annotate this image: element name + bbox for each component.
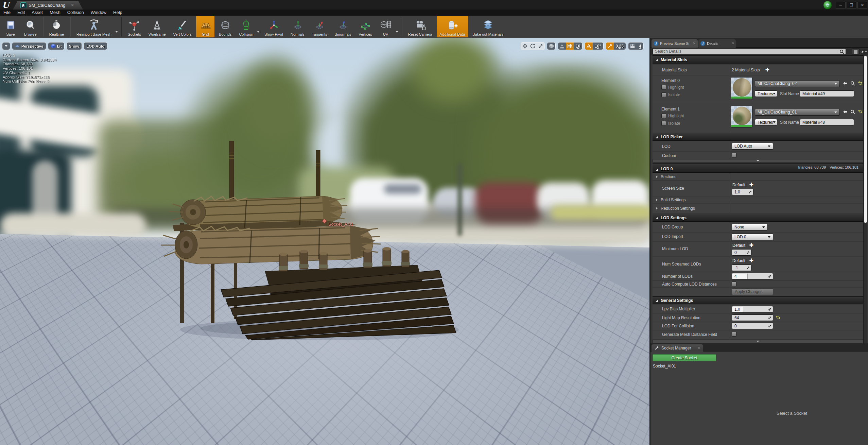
uv-dropdown-arrow[interactable] <box>396 31 398 33</box>
element-0-highlight-checkbox[interactable] <box>661 85 666 90</box>
binormals-button[interactable]: Binormals <box>332 16 354 37</box>
num-streamed-spinbox[interactable]: -1 <box>732 264 751 271</box>
auto-compute-checkbox[interactable] <box>732 281 736 286</box>
minimize-button[interactable]: ─ <box>836 2 846 9</box>
element-1-slot-name-input[interactable]: Material #48 <box>800 119 854 125</box>
general-expander[interactable] <box>653 340 863 343</box>
tutorial-badge-icon[interactable] <box>823 1 832 10</box>
rotation-snap-icon[interactable] <box>585 42 593 50</box>
section-lod0[interactable]: LOD 0 Triangles: 68,739 Vertices: 106,10… <box>653 163 863 173</box>
socket-list-item[interactable]: Socket_AI01 <box>653 364 676 369</box>
menu-window[interactable]: Window <box>87 10 110 16</box>
collision-dropdown-arrow[interactable] <box>257 31 260 33</box>
element-0-isolate-checkbox[interactable] <box>661 92 666 97</box>
row-build-settings[interactable]: Build Settings <box>653 196 863 204</box>
lod-picker-expander[interactable] <box>653 159 863 162</box>
scale-snap-icon[interactable] <box>606 42 614 50</box>
grid-snap-value[interactable]: 10 <box>574 42 582 50</box>
menu-help[interactable]: Help <box>110 10 126 16</box>
asset-tab-close-icon[interactable]: ✕ <box>71 3 74 7</box>
screen-size-add-icon[interactable]: ✚ <box>749 183 753 187</box>
rotation-snap-group[interactable]: 10° <box>585 42 603 50</box>
screen-size-spinbox[interactable]: 1.0 <box>732 189 753 195</box>
perspective-button[interactable]: Perspective <box>12 42 46 50</box>
camera-speed-value[interactable]: 4 <box>637 42 643 50</box>
rotate-icon[interactable] <box>529 42 537 50</box>
normals-button[interactable]: Normals <box>288 16 308 37</box>
apply-changes-button[interactable]: Apply Changes <box>732 288 773 295</box>
scale-icon[interactable] <box>537 42 544 50</box>
bake-out-materials-button[interactable]: Bake out Materials <box>469 16 506 37</box>
grid-snap-group[interactable]: 10 <box>558 42 583 50</box>
camera-speed-icon[interactable] <box>628 42 637 50</box>
static-mesh-wood-pile[interactable] <box>160 139 459 340</box>
element-0-use-selected-icon[interactable] <box>842 81 848 86</box>
view-options-button[interactable] <box>860 48 867 55</box>
uv-button[interactable]: UV <box>377 16 395 37</box>
section-lod-picker[interactable]: LOD Picker <box>653 133 863 141</box>
tab-details-close-icon[interactable]: ✕ <box>732 41 734 45</box>
scale-snap-group[interactable]: 0.25 <box>606 42 626 50</box>
element-0-material-combo[interactable]: MI_CaiCaoChang_02 <box>755 80 840 87</box>
vertices-button[interactable]: Vertices <box>356 16 375 37</box>
generate-mdf-checkbox[interactable] <box>732 332 736 337</box>
display-filter-button[interactable] <box>852 48 860 55</box>
number-of-lods-spinbox[interactable]: 4 <box>732 273 773 279</box>
lod-picker-combo[interactable]: LOD Auto <box>732 143 773 150</box>
collision-button[interactable]: Collision <box>236 16 256 37</box>
element-0-slot-name-input[interactable]: Material #49 <box>800 90 854 97</box>
close-button[interactable]: ✕ <box>857 2 867 9</box>
element-0-material-thumbnail[interactable] <box>731 77 752 99</box>
menu-asset[interactable]: Asset <box>28 10 46 16</box>
minimum-lod-add-icon[interactable]: ✚ <box>749 243 753 247</box>
tab-socket-manager[interactable]: Socket Manager ✕ <box>652 344 703 352</box>
vert-colors-button[interactable]: Vert Colors <box>170 16 195 37</box>
menu-edit[interactable]: Edit <box>14 10 28 16</box>
element-0-browse-icon[interactable] <box>850 81 855 86</box>
lod-group-combo[interactable]: None <box>732 224 768 230</box>
scale-snap-value[interactable]: 0.25 <box>614 42 626 50</box>
minimum-lod-spinbox[interactable]: 0 <box>732 249 751 256</box>
menu-mesh[interactable]: Mesh <box>46 10 64 16</box>
reset-camera-button[interactable]: Reset Camera <box>405 16 435 37</box>
transform-gizmo-group[interactable] <box>521 42 545 50</box>
reimport-dropdown-arrow[interactable] <box>115 31 118 33</box>
show-pivot-button[interactable]: Show Pivot <box>261 16 286 37</box>
element-1-isolate-checkbox[interactable] <box>661 121 666 126</box>
element-1-material-thumbnail[interactable] <box>731 106 752 127</box>
asset-tab[interactable]: SM_CaiCaoChang ✕ <box>13 1 83 10</box>
details-scroll-thumb[interactable] <box>864 56 867 223</box>
tangents-button[interactable]: Tangents <box>309 16 330 37</box>
grid-snap-icon[interactable] <box>566 42 574 50</box>
search-details-input[interactable]: Search Details <box>653 48 846 55</box>
element-1-use-selected-icon[interactable] <box>842 109 848 114</box>
viewport-options-button[interactable] <box>2 42 10 50</box>
num-streamed-add-icon[interactable]: ✚ <box>749 258 753 262</box>
lpv-bias-spinbox[interactable]: 1.0 <box>732 306 773 312</box>
menu-file[interactable]: File <box>0 10 14 16</box>
wireframe-button[interactable]: Wireframe <box>145 16 169 37</box>
element-1-reset-icon[interactable] <box>858 109 862 114</box>
location-snap-icon[interactable] <box>558 42 566 50</box>
section-general-settings[interactable]: General Settings <box>653 296 863 304</box>
section-lod-settings[interactable]: LOD Settings <box>653 214 863 222</box>
realtime-button[interactable]: Realtime <box>46 16 67 37</box>
lightmap-reset-icon[interactable] <box>776 315 780 320</box>
tab-details[interactable]: i Details ✕ <box>698 39 736 48</box>
lod-auto-button[interactable]: LOD Auto <box>84 42 107 50</box>
browse-button[interactable]: Browse <box>21 16 40 37</box>
element-1-highlight-checkbox[interactable] <box>661 114 666 118</box>
viewport-3d[interactable]: Socket_AI01 Perspective Lit Show LOD Aut… <box>0 38 649 445</box>
coordinate-system-button[interactable] <box>547 42 556 50</box>
custom-checkbox[interactable] <box>732 153 736 158</box>
lod-import-combo[interactable]: LOD 0 <box>732 234 773 240</box>
socket-tab-close-icon[interactable]: ✕ <box>698 346 700 350</box>
row-reduction-settings[interactable]: Reduction Settings <box>653 204 863 213</box>
rotation-snap-value[interactable]: 10° <box>593 42 603 50</box>
element-1-browse-icon[interactable] <box>850 109 855 114</box>
menu-collision[interactable]: Collision <box>64 10 87 16</box>
details-scrollbar[interactable] <box>863 55 867 343</box>
element-0-reset-icon[interactable] <box>858 81 862 85</box>
restore-button[interactable]: ❒ <box>847 2 856 9</box>
save-button[interactable]: Save <box>1 16 20 37</box>
